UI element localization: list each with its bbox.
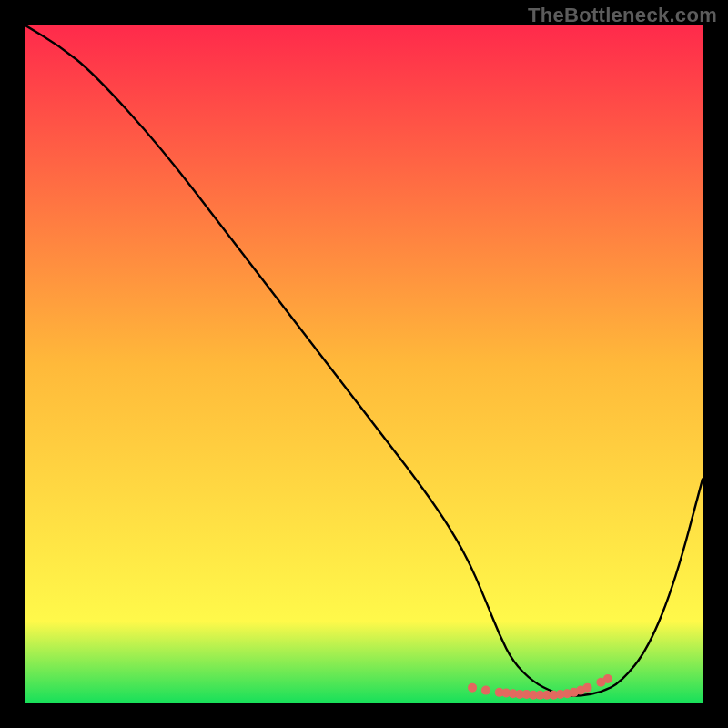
watermark-text: TheBottleneck.com <box>528 4 717 27</box>
plot-area <box>25 25 703 703</box>
chart-svg <box>25 25 703 703</box>
marker-dot <box>481 686 490 695</box>
chart-frame: TheBottleneck.com <box>0 0 728 728</box>
marker-dot <box>603 674 612 683</box>
marker-dot <box>468 683 477 693</box>
marker-dot <box>583 683 592 693</box>
gradient-background <box>25 25 703 703</box>
